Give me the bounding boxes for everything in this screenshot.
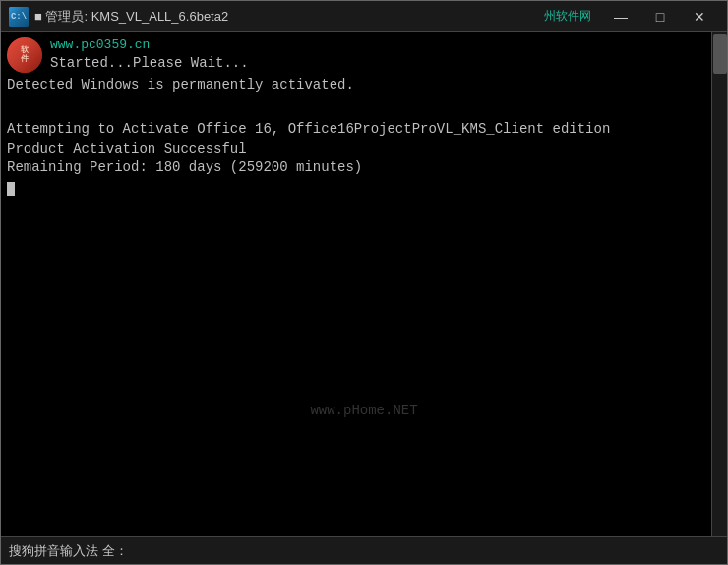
header-text: www.pc0359.cn Started...Please Wait... xyxy=(50,36,249,74)
watermark: www.pHome.NET xyxy=(310,403,417,418)
title-site-url: 州软件网 xyxy=(544,8,591,25)
bottom-bar: 搜狗拼音输入法 全： xyxy=(1,536,727,564)
terminal-content: 软件 www.pc0359.cn Started...Please Wait..… xyxy=(1,32,711,536)
cursor-block xyxy=(7,182,15,196)
close-button[interactable]: ✕ xyxy=(680,1,719,32)
cmd-window: C:\ ■ 管理员: KMS_VL_ALL_6.6beta2 州软件网 — □ … xyxy=(0,0,728,565)
attempting-line: Attempting to Activate Office 16, Office… xyxy=(7,120,705,140)
detected-line: Detected Windows is permanently activate… xyxy=(7,76,705,95)
maximize-button[interactable]: □ xyxy=(640,1,680,32)
title-bar: C:\ ■ 管理员: KMS_VL_ALL_6.6beta2 州软件网 — □ … xyxy=(1,1,727,32)
product-line: Product Activation Successful xyxy=(7,140,705,159)
logo-icon: 软件 xyxy=(7,37,42,73)
site-url-top: www.pc0359.cn xyxy=(50,36,249,54)
minimize-button[interactable]: — xyxy=(601,1,640,32)
remaining-line: Remaining Period: 180 days (259200 minut… xyxy=(7,158,705,178)
started-text: Started...Please Wait... xyxy=(50,54,249,74)
ime-indicator: 搜狗拼音输入法 全： xyxy=(9,542,128,560)
cursor-line xyxy=(7,180,705,200)
scrollbar-thumb[interactable] xyxy=(713,34,727,74)
content-area: 软件 www.pc0359.cn Started...Please Wait..… xyxy=(1,32,727,536)
window-icon: C:\ xyxy=(9,7,29,27)
window-title: ■ 管理员: KMS_VL_ALL_6.6beta2 xyxy=(34,8,544,26)
scrollbar-track[interactable] xyxy=(711,32,727,536)
header-section: 软件 www.pc0359.cn Started...Please Wait..… xyxy=(7,36,705,74)
window-controls: — □ ✕ xyxy=(601,1,719,32)
